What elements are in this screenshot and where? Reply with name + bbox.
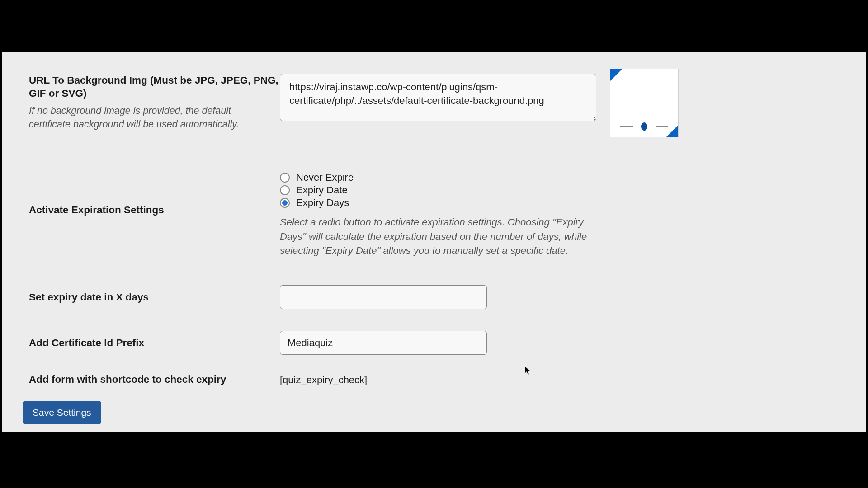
control-col: [280, 285, 623, 309]
label-col: URL To Background Img (Must be JPG, JPEG…: [29, 74, 280, 131]
expiry-days-input[interactable]: [280, 285, 487, 309]
radio-row-never-expire: Never Expire: [280, 172, 623, 183]
cert-prefix-input[interactable]: [280, 331, 487, 355]
radio-label-expiry-days[interactable]: Expiry Days: [296, 197, 349, 209]
settings-panel: URL To Background Img (Must be JPG, JPEG…: [2, 52, 866, 432]
label-col: Activate Expiration Settings: [29, 172, 280, 216]
expiration-label: Activate Expiration Settings: [29, 203, 280, 216]
row-expiration-settings: Activate Expiration Settings Never Expir…: [2, 172, 866, 258]
shortcode-value: [quiz_expiry_check]: [280, 373, 623, 386]
expiration-help-text: Select a radio button to activate expira…: [280, 215, 592, 258]
bgimg-label: URL To Background Img (Must be JPG, JPEG…: [29, 74, 280, 100]
expiry-days-label: Set expiry date in X days: [29, 291, 280, 304]
shortcode-label: Add form with shortcode to check expiry: [29, 373, 280, 386]
radio-expiry-days[interactable]: [280, 198, 290, 208]
label-col: Set expiry date in X days: [29, 291, 280, 304]
save-settings-button[interactable]: Save Settings: [23, 401, 101, 424]
control-col: [280, 331, 623, 355]
label-col: Add Certificate Id Prefix: [29, 336, 280, 349]
radio-expiry-date[interactable]: [280, 185, 290, 195]
row-save: Save Settings: [2, 401, 866, 424]
label-col: Add form with shortcode to check expiry: [29, 373, 280, 386]
bgimg-url-input[interactable]: [280, 74, 596, 121]
control-col: Never Expire Expiry Date Expiry Days Sel…: [280, 172, 623, 258]
cert-prefix-label: Add Certificate Id Prefix: [29, 336, 280, 349]
row-cert-prefix: Add Certificate Id Prefix: [2, 331, 866, 355]
radio-label-never-expire[interactable]: Never Expire: [296, 172, 354, 183]
row-background-img: URL To Background Img (Must be JPG, JPEG…: [2, 74, 866, 131]
certificate-preview-thumbnail: [610, 69, 679, 137]
row-expiry-days: Set expiry date in X days: [2, 285, 866, 309]
radio-row-expiry-days: Expiry Days: [280, 197, 623, 209]
bgimg-desc: If no background image is provided, the …: [29, 104, 250, 131]
row-shortcode: Add form with shortcode to check expiry …: [2, 373, 866, 386]
control-col: [quiz_expiry_check]: [280, 373, 623, 386]
control-col: [280, 74, 623, 123]
radio-label-expiry-date[interactable]: Expiry Date: [296, 184, 348, 196]
radio-row-expiry-date: Expiry Date: [280, 184, 623, 196]
radio-never-expire[interactable]: [280, 173, 290, 183]
